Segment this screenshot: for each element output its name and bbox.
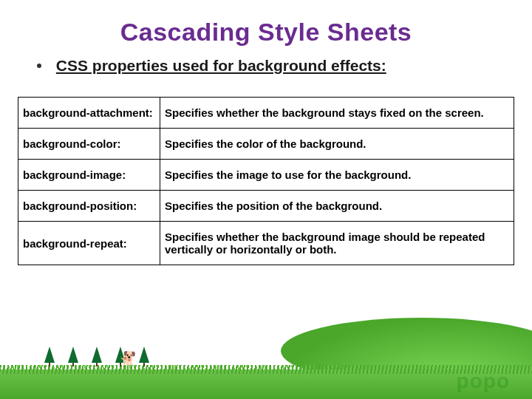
table-row: background-image: Specifies the image to… — [18, 160, 514, 191]
property-desc: Specifies the color of the background. — [160, 129, 514, 160]
properties-table: background-attachment: Specifies whether… — [18, 97, 514, 265]
table-row: background-attachment: Specifies whether… — [18, 98, 514, 129]
tree-icon — [92, 346, 102, 366]
tree-icon — [139, 346, 149, 366]
slide-subtitle: CSS properties used for background effec… — [56, 57, 386, 74]
property-desc: Specifies whether the background image s… — [160, 222, 514, 265]
grass-decoration — [0, 369, 532, 399]
slide-title: Cascading Style Sheets — [0, 18, 532, 47]
property-desc: Specifies the image to use for the backg… — [160, 160, 514, 191]
property-desc: Specifies whether the background stays f… — [160, 98, 514, 129]
table-row: background-position: Specifies the posit… — [18, 191, 514, 222]
ground-decoration: 🐕 popo — [0, 344, 532, 399]
property-name: background-color: — [18, 129, 160, 160]
property-name: background-repeat: — [18, 222, 160, 265]
tree-icon — [44, 346, 55, 366]
property-name: background-attachment: — [18, 98, 160, 129]
dog-icon: 🐕 — [120, 350, 136, 366]
table-row: background-repeat: Specifies whether the… — [18, 222, 514, 265]
property-desc: Specifies the position of the background… — [160, 191, 514, 222]
property-name: background-image: — [18, 160, 160, 191]
subtitle-row: CSS properties used for background effec… — [37, 57, 532, 75]
watermark: popo — [457, 369, 510, 393]
bullet-icon — [37, 64, 41, 68]
table-row: background-color: Specifies the color of… — [18, 129, 514, 160]
property-name: background-position: — [18, 191, 160, 222]
tree-icon — [68, 346, 78, 366]
